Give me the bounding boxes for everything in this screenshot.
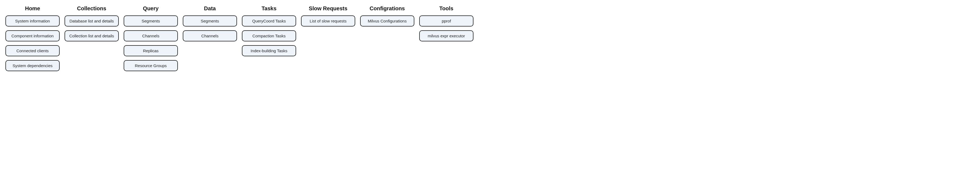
item-pprof[interactable]: pprof <box>419 16 474 27</box>
item-component-information[interactable]: Component information <box>5 30 60 41</box>
column-header-query: Query <box>143 5 159 12</box>
item-query-segments[interactable]: Segments <box>124 16 178 27</box>
item-index-building-tasks[interactable]: Index-building Tasks <box>242 45 296 56</box>
column-header-collections: Collections <box>77 5 106 12</box>
column-header-tasks: Tasks <box>261 5 276 12</box>
item-data-segments[interactable]: Segments <box>183 16 237 27</box>
item-system-dependencies[interactable]: System dependencies <box>5 60 60 71</box>
item-connected-clients[interactable]: Connected clients <box>5 45 60 56</box>
item-list-of-slow-requests[interactable]: List of slow requests <box>301 16 355 27</box>
column-query: Query Segments Channels Replicas Resourc… <box>124 5 178 71</box>
item-system-information[interactable]: System information <box>5 16 60 27</box>
item-query-channels[interactable]: Channels <box>124 30 178 41</box>
item-collection-list-and-details[interactable]: Collection list and details <box>65 30 119 41</box>
item-database-list-and-details[interactable]: Database list and details <box>65 16 119 27</box>
column-configrations: Configrations Milvus Configurations <box>360 5 414 27</box>
item-milvus-configurations[interactable]: Milvus Configurations <box>360 16 414 27</box>
column-data: Data Segments Channels <box>183 5 237 41</box>
column-tools: Tools pprof milvus expr executor <box>419 5 474 41</box>
column-header-slow-requests: Slow Requests <box>309 5 347 12</box>
columns-container: Home System information Component inform… <box>5 5 975 71</box>
item-resource-groups[interactable]: Resource Groups <box>124 60 178 71</box>
column-slow-requests: Slow Requests List of slow requests <box>301 5 355 27</box>
column-header-data: Data <box>204 5 216 12</box>
item-querycoord-tasks[interactable]: QueryCoord Tasks <box>242 16 296 27</box>
item-data-channels[interactable]: Channels <box>183 30 237 41</box>
item-compaction-tasks[interactable]: Compaction Tasks <box>242 30 296 41</box>
column-collections: Collections Database list and details Co… <box>65 5 119 41</box>
item-milvus-expr-executor[interactable]: milvus expr executor <box>419 30 474 41</box>
column-header-tools: Tools <box>439 5 453 12</box>
column-header-configrations: Configrations <box>370 5 405 12</box>
column-header-home: Home <box>25 5 40 12</box>
column-tasks: Tasks QueryCoord Tasks Compaction Tasks … <box>242 5 296 56</box>
item-replicas[interactable]: Replicas <box>124 45 178 56</box>
column-home: Home System information Component inform… <box>5 5 60 71</box>
